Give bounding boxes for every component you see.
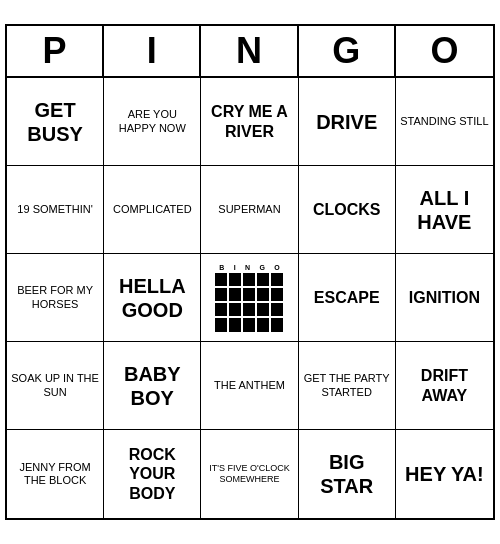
bingo-cell-6: COMPLICATED [104,166,201,254]
cell-text-11: HELLA GOOD [108,274,196,322]
bingo-cell-23: BIG STAR [299,430,396,518]
cell-text-20: JENNY FROM THE BLOCK [11,461,99,487]
bingo-cell-24: HEY YA! [396,430,493,518]
bingo-cell-2: CRY ME A RIVER [201,78,298,166]
cell-text-19: DRIFT AWAY [400,366,489,404]
cell-text-15: SOAK UP IN THE SUN [11,372,99,398]
bingo-cell-21: ROCK YOUR BODY [104,430,201,518]
bingo-cell-9: ALL I HAVE [396,166,493,254]
cell-text-5: 19 SOMETHIN' [17,203,92,216]
bingo-cell-22: IT'S FIVE O'CLOCK SOMEWHERE [201,430,298,518]
cell-text-1: ARE YOU HAPPY NOW [108,108,196,134]
bingo-cell-0: GET BUSY [7,78,104,166]
cell-text-18: GET THE PARTY STARTED [303,372,391,398]
cell-text-10: BEER FOR MY HORSES [11,284,99,310]
cell-text-22: IT'S FIVE O'CLOCK SOMEWHERE [205,463,293,485]
header-letter-n: N [201,26,298,76]
bingo-cell-13: ESCAPE [299,254,396,342]
bingo-cell-7: SUPERMAN [201,166,298,254]
bingo-cell-4: STANDING STILL [396,78,493,166]
cell-text-0: GET BUSY [11,98,99,146]
cell-text-6: COMPLICATED [113,203,192,216]
bingo-cell-18: GET THE PARTY STARTED [299,342,396,430]
cell-text-24: HEY YA! [405,462,484,486]
header-letter-o: O [396,26,493,76]
bingo-cell-1: ARE YOU HAPPY NOW [104,78,201,166]
bingo-cell-15: SOAK UP IN THE SUN [7,342,104,430]
cell-text-4: STANDING STILL [400,115,488,128]
cell-text-2: CRY ME A RIVER [205,102,293,140]
cell-text-13: ESCAPE [314,288,380,307]
bingo-cell-17: THE ANTHEM [201,342,298,430]
bingo-cell-8: CLOCKS [299,166,396,254]
bingo-cell-12: BINGO [201,254,298,342]
cell-text-8: CLOCKS [313,200,381,219]
bingo-cell-11: HELLA GOOD [104,254,201,342]
bingo-cell-19: DRIFT AWAY [396,342,493,430]
bingo-cell-5: 19 SOMETHIN' [7,166,104,254]
cell-text-21: ROCK YOUR BODY [108,445,196,503]
cell-text-14: IGNITION [409,288,480,307]
cell-text-7: SUPERMAN [218,203,280,216]
bingo-cell-10: BEER FOR MY HORSES [7,254,104,342]
bingo-cell-20: JENNY FROM THE BLOCK [7,430,104,518]
cell-text-3: DRIVE [316,110,377,134]
bingo-cell-3: DRIVE [299,78,396,166]
header-letter-i: I [104,26,201,76]
header-letter-g: G [299,26,396,76]
bingo-grid: GET BUSYARE YOU HAPPY NOWCRY ME A RIVERD… [7,78,493,518]
header-letter-p: P [7,26,104,76]
cell-text-17: THE ANTHEM [214,379,285,392]
cell-text-9: ALL I HAVE [400,186,489,234]
bingo-cell-14: IGNITION [396,254,493,342]
cell-text-16: BABY BOY [108,362,196,410]
bingo-header: PINGO [7,26,493,78]
bingo-card: PINGO GET BUSYARE YOU HAPPY NOWCRY ME A … [5,24,495,520]
bingo-cell-16: BABY BOY [104,342,201,430]
cell-text-23: BIG STAR [303,450,391,498]
